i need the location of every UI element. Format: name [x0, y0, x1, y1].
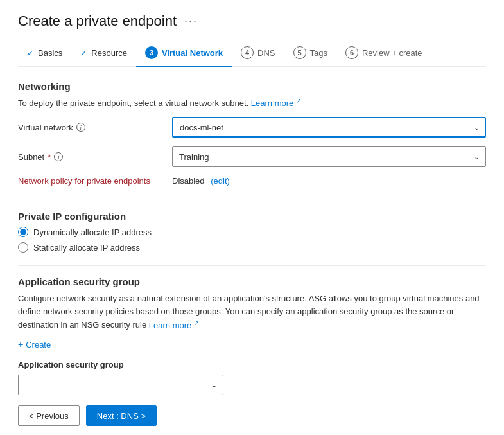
step-check-basics: ✓ — [27, 48, 34, 58]
subnet-label: Subnet * i — [18, 152, 172, 162]
step-virtual-network[interactable]: 3 Virtual Network — [136, 41, 232, 67]
network-policy-edit-link[interactable]: (edit) — [211, 176, 230, 186]
network-policy-value-container: Disabled (edit) — [172, 176, 230, 186]
step-tags[interactable]: 5 Tags — [284, 41, 336, 67]
step-circle-virtual-network: 3 — [145, 46, 158, 59]
network-policy-row: Network policy for private endpoints Dis… — [18, 176, 486, 186]
networking-desc: To deploy the private endpoint, select a… — [18, 97, 486, 108]
step-label-dns: DNS — [257, 48, 275, 58]
step-label-basics: Basics — [38, 48, 62, 58]
footer: < Previous Next : DNS > — [0, 396, 504, 435]
subnet-required: * — [48, 152, 51, 162]
dynamic-ip-option[interactable]: Dynamically allocate IP address — [18, 227, 486, 237]
static-ip-radio[interactable] — [18, 242, 28, 253]
step-review[interactable]: 6 Review + create — [336, 41, 431, 67]
virtual-network-info-icon[interactable]: i — [76, 123, 85, 132]
private-ip-title: Private IP configuration — [18, 211, 486, 222]
step-label-tags: Tags — [310, 48, 327, 58]
ext-link-icon-asg: ↗ — [194, 319, 199, 326]
subnet-info-icon[interactable]: i — [54, 152, 63, 161]
next-button[interactable]: Next : DNS > — [86, 405, 157, 426]
networking-title: Networking — [18, 81, 486, 92]
step-circle-review: 6 — [345, 46, 358, 59]
step-label-virtual-network: Virtual Network — [162, 48, 223, 58]
page-title-ellipsis: ··· — [184, 15, 198, 28]
virtual-network-select[interactable]: docs-ml-net — [172, 117, 486, 138]
learn-more-networking-link[interactable]: Learn more ↗ — [251, 98, 301, 108]
asg-title: Application security group — [18, 276, 486, 287]
ip-config-radio-group: Dynamically allocate IP address Statical… — [18, 227, 486, 253]
virtual-network-select-wrapper: docs-ml-net ⌄ — [172, 117, 486, 138]
step-circle-tags: 5 — [293, 46, 306, 59]
asg-dropdown-label: Application security group — [18, 360, 486, 369]
step-dns[interactable]: 4 DNS — [232, 41, 284, 67]
virtual-network-row: Virtual network i docs-ml-net ⌄ — [18, 117, 486, 138]
subnet-select[interactable]: Training — [172, 146, 486, 167]
section-divider-1 — [18, 200, 486, 200]
asg-section: Application security group Configure net… — [18, 276, 486, 395]
dynamic-ip-radio[interactable] — [18, 227, 28, 237]
asg-description: Configure network security as a natural … — [18, 292, 486, 332]
virtual-network-control: docs-ml-net ⌄ — [172, 117, 486, 138]
subnet-row: Subnet * i Training ⌄ — [18, 146, 486, 167]
asg-select-wrapper: ⌄ — [18, 375, 223, 395]
static-ip-option[interactable]: Statically allocate IP address — [18, 242, 486, 253]
step-label-review: Review + create — [362, 48, 422, 58]
learn-more-asg-link[interactable]: Learn more ↗ — [149, 321, 199, 330]
previous-button[interactable]: < Previous — [18, 405, 80, 426]
subnet-control: Training ⌄ — [172, 146, 486, 167]
step-basics[interactable]: ✓ Basics — [18, 43, 71, 66]
dynamic-ip-label: Dynamically allocate IP address — [33, 227, 152, 237]
virtual-network-label: Virtual network i — [18, 123, 172, 132]
plus-icon: + — [18, 339, 23, 350]
step-resource[interactable]: ✓ Resource — [71, 43, 136, 66]
step-circle-dns: 4 — [241, 46, 254, 59]
subnet-select-wrapper: Training ⌄ — [172, 146, 486, 167]
asg-select[interactable] — [18, 375, 223, 395]
wizard-steps: ✓ Basics ✓ Resource 3 Virtual Network 4 … — [18, 41, 486, 67]
create-asg-link[interactable]: + Create — [18, 339, 486, 350]
ext-link-icon-networking: ↗ — [296, 97, 301, 104]
private-ip-section: Private IP configuration Dynamically all… — [18, 211, 486, 253]
create-asg-label: Create — [26, 340, 51, 350]
section-divider-2 — [18, 265, 486, 266]
network-policy-label: Network policy for private endpoints — [18, 176, 172, 186]
network-policy-value: Disabled — [172, 176, 205, 186]
step-check-resource: ✓ — [80, 48, 87, 58]
networking-section: Networking To deploy the private endpoin… — [18, 81, 486, 186]
page-title: Create a private endpoint — [18, 13, 177, 30]
static-ip-label: Statically allocate IP address — [33, 243, 140, 253]
step-label-resource: Resource — [91, 48, 127, 58]
